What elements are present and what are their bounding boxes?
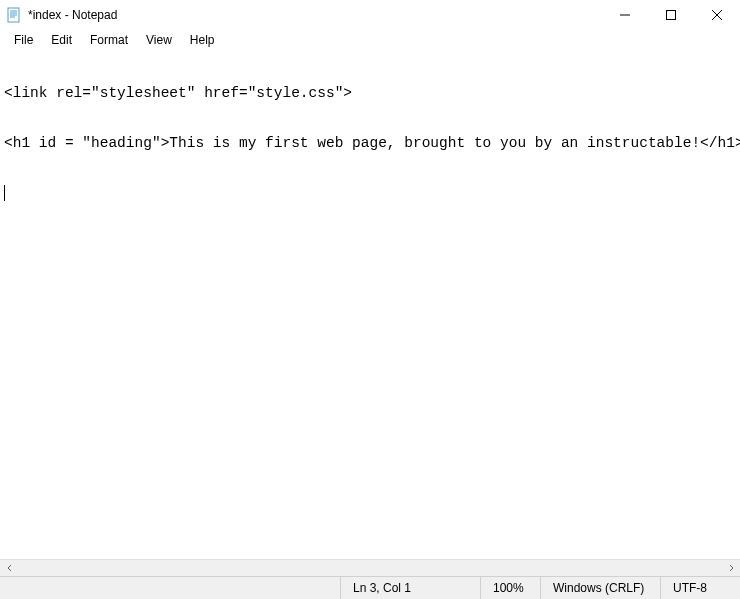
maximize-button[interactable] (648, 0, 694, 30)
editor-line (4, 184, 736, 202)
status-encoding: UTF-8 (660, 577, 740, 599)
notepad-icon (6, 7, 22, 23)
menu-edit[interactable]: Edit (43, 31, 80, 49)
menu-view[interactable]: View (138, 31, 180, 49)
status-position: Ln 3, Col 1 (340, 577, 480, 599)
editor-line: <link rel="stylesheet" href="style.css"> (4, 84, 736, 102)
editor-line: <h1 id = "heading">This is my first web … (4, 134, 736, 152)
status-zoom: 100% (480, 577, 540, 599)
menu-format[interactable]: Format (82, 31, 136, 49)
scroll-left-icon[interactable] (2, 561, 17, 576)
status-spacer (0, 577, 340, 599)
scroll-right-icon[interactable] (723, 561, 738, 576)
menubar: File Edit Format View Help (0, 30, 740, 50)
horizontal-scrollbar[interactable] (0, 559, 740, 576)
text-editor[interactable]: <link rel="stylesheet" href="style.css">… (0, 50, 740, 559)
svg-rect-6 (667, 11, 676, 20)
titlebar: *index - Notepad (0, 0, 740, 30)
statusbar: Ln 3, Col 1 100% Windows (CRLF) UTF-8 (0, 576, 740, 599)
menu-file[interactable]: File (6, 31, 41, 49)
menu-help[interactable]: Help (182, 31, 223, 49)
minimize-button[interactable] (602, 0, 648, 30)
close-button[interactable] (694, 0, 740, 30)
window-title: *index - Notepad (28, 8, 602, 22)
status-eol: Windows (CRLF) (540, 577, 660, 599)
window-controls (602, 0, 740, 30)
text-caret (4, 185, 5, 201)
